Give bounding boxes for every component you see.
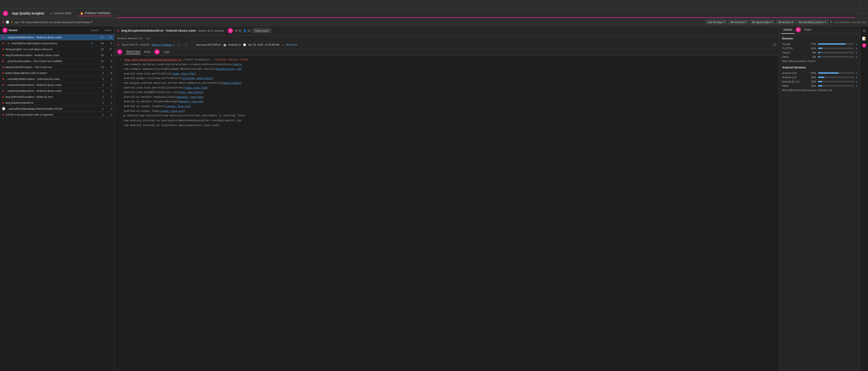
tab-android-vitals[interactable]: ▷ Android Vitals [48,11,74,16]
list-item[interactable]: ⊗ lang.RuntimeException - Test Crash vcs… [0,64,114,70]
tab-keys[interactable]: Keys [144,50,151,54]
close-panel-icon[interactable]: ─ [863,12,865,15]
line-number: 1 [117,58,122,62]
tab-stack-trace[interactable]: Stack trace [126,49,141,54]
android-section-title: Android Versions [782,66,857,69]
list-item[interactable]: 🕐 ...ppqualityinsightsqaapp.MainActivity… [0,106,114,112]
line-number [117,95,122,99]
tab-firebase-crashlytics[interactable]: 🔥 Firebase Crashlytics [78,10,113,16]
info-icon[interactable]: ℹ [856,52,857,54]
issue-users: 1 [105,113,112,116]
list-item[interactable]: ⊗ ...ceptionInInitializerError - Android… [0,88,114,94]
stack-link[interactable]: TextView.java:16112 [182,77,212,80]
close-issue-button[interactable]: Close issue [252,28,271,33]
android-vitals-icon: ▷ [51,12,53,15]
android-version-label: Android (14) [782,72,806,74]
stack-line: android.view.View$PerformClick.run(View.… [114,90,779,95]
refresh-icon[interactable]: ↻ [830,21,832,24]
clock-icon: 🕐 [2,107,5,110]
issue-events: 65 [94,36,104,39]
event-id: Event 193770...634298 [122,43,149,46]
filter-days[interactable]: Last 90 days ▾ [706,20,727,24]
android-version-label: Other [782,85,806,87]
issue-events: 34 [94,42,104,45]
firebase-icon: 🔥 [80,11,84,15]
filter-options-icon[interactable]: ☰ [773,43,776,46]
issue-events: 16 [94,60,104,63]
android-bar-fill [818,85,822,87]
info-icon[interactable]: ℹ [856,76,857,79]
android-bar [818,81,854,82]
info-icon[interactable]: ℹ [856,80,857,83]
list-item[interactable]: ⊗ lang.StackOverflowError 1 1 [0,100,114,106]
events-col-header: Events [87,29,99,32]
error-filter-icon[interactable]: ⊗ [2,21,4,24]
filter-signal[interactable]: All signal states ▾ [750,20,774,24]
stack-link[interactable]: View.java:7769 [185,86,207,89]
issue-events: 6 [94,72,104,74]
stack-link[interactable]: View.java:7792 [173,72,194,75]
list-item[interactable]: ⊗ ...ceptionInInitializerError - Android… [0,82,114,88]
list-item[interactable]: ⊗ button.MaterialButton with id 'button'… [0,70,114,76]
list-item[interactable]: ⊗ lang.ArithmeticException - divide by z… [0,94,114,100]
tab-details[interactable]: Details [781,26,795,34]
active-tab-indicator [117,18,855,18]
app-header: 1 App Quality Insights ▷ Android Vitals … [0,8,868,18]
tab-logs[interactable]: Logs [163,50,169,54]
device-icon: 📱 [191,43,194,46]
list-item[interactable]: ⊗ ...rashedByAdbException - shell-induce… [0,76,114,82]
view-firebase-link[interactable]: View on Firebase ↗ [152,43,175,46]
exception-link[interactable]: java.lang.ExceptionInInitializerError [124,58,182,61]
stack-link[interactable]: MaterialButt [223,81,242,85]
issue-events: 1 [94,101,104,104]
events-stat-icon: ⚙ [235,29,237,32]
info-icon[interactable]: ℹ [856,72,857,74]
android-bar-fill [818,81,822,82]
more-icon[interactable]: ⋮ [859,3,862,6]
prev-event-button[interactable]: < [177,43,181,46]
info-icon[interactable]: ℹ [856,47,857,50]
list-item[interactable]: ⊗ String.length()' on a null object refe… [0,46,114,52]
stack-line: com.google.android.material.button.Mater… [114,81,779,86]
center-panel: ⊗ lang.ExceptionInInitializerError - And… [114,26,779,371]
issues-panel: 2 Issues Events Users ⊗ ...ceptionInInit… [0,26,114,371]
tab-notes[interactable]: Notes [802,26,814,34]
clock-filter-icon[interactable]: 🕐 [6,21,9,24]
info-icon[interactable]: ℹ [856,85,857,87]
stack-link[interactable]: Handler.java:99 [179,100,202,103]
stack-text: android.widget.TextView.performClick(Tex… [124,76,776,80]
filter-os[interactable]: All operating systems ▾ [797,20,828,24]
warning-filter-icon[interactable]: ⚠ [11,21,13,24]
info-icon[interactable]: ℹ [856,56,857,58]
info-icon[interactable]: ℹ [856,43,857,45]
line-number [117,72,122,76]
notes-icon[interactable]: 📝 [861,36,867,41]
list-item[interactable]: ⊗ ...g.RuntimeException - Test Crash new… [0,58,114,64]
issue-name: 0,0-{0} is not associated with a Fragmen… [5,113,93,116]
breadcrumb-chevron[interactable]: ▾ [91,21,93,24]
stack-link[interactable]: Handler.java:938 [177,96,202,98]
filter-devices[interactable]: All devices ▾ [776,20,796,24]
line-number [117,104,122,109]
more-options-icon[interactable]: ⋮ [859,12,862,15]
stack-link[interactable]: Looper.java:313 [160,110,183,112]
expand-icon[interactable]: ▶ [124,114,125,118]
issue-name: String.length()' on a null object refere… [5,48,93,50]
list-item[interactable]: ⊗ lang.RuntimeException - Android Librar… [0,52,114,58]
issue-detail-header: ⊗ lang.ExceptionInInitializerError - And… [114,26,779,35]
next-event-button[interactable]: > [184,43,188,46]
stack-link[interactable]: Looper.java:226 [166,105,190,108]
stack-link[interactable]: View.java:30213 [179,91,202,94]
list-item[interactable]: ⊗ ...n - ClassNotFoundException at java … [0,40,114,46]
list-item[interactable]: ⊗ ...ceptionInInitializerError - Android… [0,34,114,40]
minimize-icon[interactable]: ─ [864,3,866,6]
line-number [117,109,122,113]
stack-link[interactable]: Andro [234,63,242,66]
stack-link[interactable]: MainActivity.jav [216,68,242,70]
annotation-7: 7 [862,43,866,47]
settings-icon[interactable]: ⚙ [862,28,867,34]
list-item[interactable]: ⊗ 0,0-{0} is not associated with a Fragm… [0,112,114,118]
filter-versions[interactable]: All versions ▾ [728,20,748,24]
issue-name: ...ceptionInInitializerError - Android L… [5,83,93,86]
error-icon: ⊗ [2,54,4,57]
